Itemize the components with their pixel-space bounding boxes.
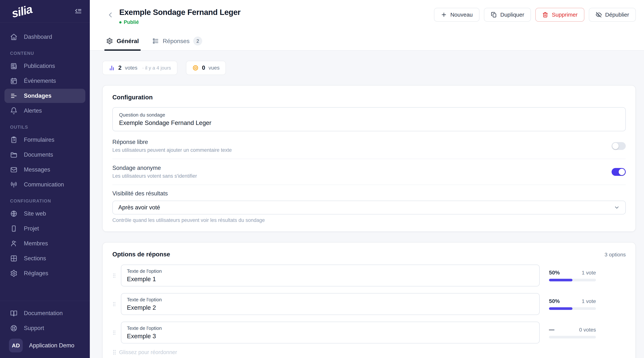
option-progress-bar xyxy=(549,307,596,310)
unpublish-button[interactable]: Dépublier xyxy=(589,8,636,22)
plus-icon xyxy=(441,12,447,18)
sidebar-item-documentation[interactable]: Documentation xyxy=(4,306,85,320)
clipboard-icon xyxy=(10,136,18,144)
new-button[interactable]: Nouveau xyxy=(434,8,480,22)
option-field-label: Texte de l'option xyxy=(127,297,534,303)
option-text-field[interactable]: Texte de l'option Exemple 3 xyxy=(121,322,540,343)
sidebar-item-formulaires[interactable]: Formulaires xyxy=(4,133,85,147)
life-buoy-icon xyxy=(10,324,18,332)
sidebar-item-publications[interactable]: Publications xyxy=(4,59,85,73)
sidebar-item-messages[interactable]: Messages xyxy=(4,163,85,177)
tab-general[interactable]: Général xyxy=(106,37,139,51)
option-text-field[interactable]: Texte de l'option Exemple 2 xyxy=(121,293,540,315)
option-percent: — xyxy=(549,327,554,333)
options-title: Options de réponse xyxy=(112,251,170,258)
visibility-block: Visibilité des résultats Après avoir vot… xyxy=(112,190,626,223)
smartphone-icon xyxy=(10,225,18,232)
sidebar-item-alertes[interactable]: Alertes xyxy=(4,104,85,118)
user-icon xyxy=(10,240,18,247)
anonymous-toggle[interactable] xyxy=(612,168,626,176)
drag-handle-icon[interactable] xyxy=(112,301,116,307)
back-button[interactable] xyxy=(106,11,114,19)
configuration-title: Configuration xyxy=(112,94,626,101)
mail-icon xyxy=(10,166,18,173)
poll-icon xyxy=(10,92,18,100)
tab-badge: 2 xyxy=(193,37,202,46)
bell-icon xyxy=(10,107,18,115)
status-label: Publié xyxy=(124,20,139,25)
sidebar-item-communication[interactable]: Communication xyxy=(4,178,85,192)
visibility-select[interactable]: Après avoir voté xyxy=(112,201,626,214)
reorder-hint-label: Glissez pour réordonner xyxy=(119,349,177,355)
sidebar-item-label: Réglages xyxy=(24,270,48,277)
page-title: Exemple Sondage Fernand Leger xyxy=(119,8,240,17)
globe-icon xyxy=(10,210,18,217)
newspaper-icon xyxy=(10,62,18,70)
calendar-icon xyxy=(10,77,18,85)
sidebar-nav: Dashboard CONTENU Publications Événement… xyxy=(0,23,90,301)
list-icon xyxy=(152,38,159,44)
sidebar-item-label: Formulaires xyxy=(24,137,54,143)
sidebar-item-sondages[interactable]: Sondages xyxy=(4,89,85,103)
sidebar-item-membres[interactable]: Membres xyxy=(4,236,85,251)
sidebar-item-evenements[interactable]: Événements xyxy=(4,74,85,88)
option-progress-bar xyxy=(549,336,596,338)
grid-icon xyxy=(10,255,18,262)
sidebar-heading-contenu: CONTENU xyxy=(10,51,80,56)
anonymous-row: Sondage anonyme Les utilisateurs votent … xyxy=(112,159,626,185)
book-open-icon xyxy=(10,309,18,317)
sidebar-item-label: Documents xyxy=(24,151,53,158)
grip-icon xyxy=(112,349,116,355)
free-response-toggle[interactable] xyxy=(612,142,626,150)
sidebar-item-reglages[interactable]: Réglages xyxy=(4,266,85,280)
sidebar-item-label: Documentation xyxy=(24,310,63,317)
sidebar-item-documents[interactable]: Documents xyxy=(4,148,85,162)
question-field[interactable]: Question du sondage Exemple Sondage Fern… xyxy=(112,107,626,131)
status-dot-icon xyxy=(119,21,122,24)
page-header: Exemple Sondage Fernand Leger Publié Nou… xyxy=(90,0,644,51)
option-row: Texte de l'option Exemple 1 50% 1 vote xyxy=(112,265,626,286)
visibility-selected-value: Après avoir voté xyxy=(118,204,160,211)
option-field-label: Texte de l'option xyxy=(127,268,534,274)
sidebar-footer: Documentation Support AD Application Dem… xyxy=(0,301,90,358)
sidebar-item-site-web[interactable]: Site web xyxy=(4,207,85,221)
sidebar-user[interactable]: AD Application Demo xyxy=(4,338,85,352)
drag-handle-icon[interactable] xyxy=(112,330,116,336)
header-actions: Nouveau Dupliquer Supprimer Dépublier xyxy=(434,8,636,22)
sidebar-item-label: Support xyxy=(24,325,44,331)
votes-count: 2 xyxy=(118,65,122,71)
option-votes: 0 votes xyxy=(579,327,596,333)
app-logo: silia xyxy=(10,3,34,20)
sidebar-item-label: Dashboard xyxy=(24,34,52,40)
tab-label: Réponses xyxy=(163,38,190,45)
sidebar-item-projet[interactable]: Projet xyxy=(4,221,85,236)
views-count: 0 xyxy=(202,65,205,71)
gear-icon xyxy=(106,38,113,44)
reorder-hint: Glissez pour réordonner xyxy=(112,349,626,355)
votes-label: votes xyxy=(125,65,137,71)
option-stats: 50% 1 vote xyxy=(549,270,596,281)
sidebar-collapse-icon[interactable] xyxy=(74,7,82,16)
tab-bar: Général Réponses 2 xyxy=(106,37,202,51)
option-text-field[interactable]: Texte de l'option Exemple 1 xyxy=(121,265,540,286)
question-field-value: Exemple Sondage Fernand Leger xyxy=(119,119,619,126)
votes-meta: · il y a 4 jours xyxy=(142,65,171,71)
tab-reponses[interactable]: Réponses 2 xyxy=(152,37,202,51)
sidebar-item-support[interactable]: Support xyxy=(4,321,85,335)
stats-chips: 2 votes · il y a 4 jours 0 vues xyxy=(102,61,636,75)
duplicate-button[interactable]: Dupliquer xyxy=(484,8,531,22)
delete-button[interactable]: Supprimer xyxy=(535,8,584,22)
broadcast-icon xyxy=(10,181,18,188)
option-stats: 50% 1 vote xyxy=(549,298,596,310)
votes-chip: 2 votes · il y a 4 jours xyxy=(102,61,178,75)
options-card: Options de réponse 3 options Texte de l'… xyxy=(102,242,636,358)
sidebar-heading-outils: OUTILS xyxy=(10,125,80,130)
visibility-label: Visibilité des résultats xyxy=(112,190,626,197)
sidebar-item-dashboard[interactable]: Dashboard xyxy=(4,30,85,44)
drag-handle-icon[interactable] xyxy=(112,273,116,278)
sidebar: silia Dashboard CONTENU Publications Évé… xyxy=(0,0,90,358)
views-chip: 0 vues xyxy=(186,61,226,75)
configuration-card: Configuration Question du sondage Exempl… xyxy=(102,85,636,232)
bar-chart-icon xyxy=(109,65,115,71)
sidebar-item-sections[interactable]: Sections xyxy=(4,251,85,265)
